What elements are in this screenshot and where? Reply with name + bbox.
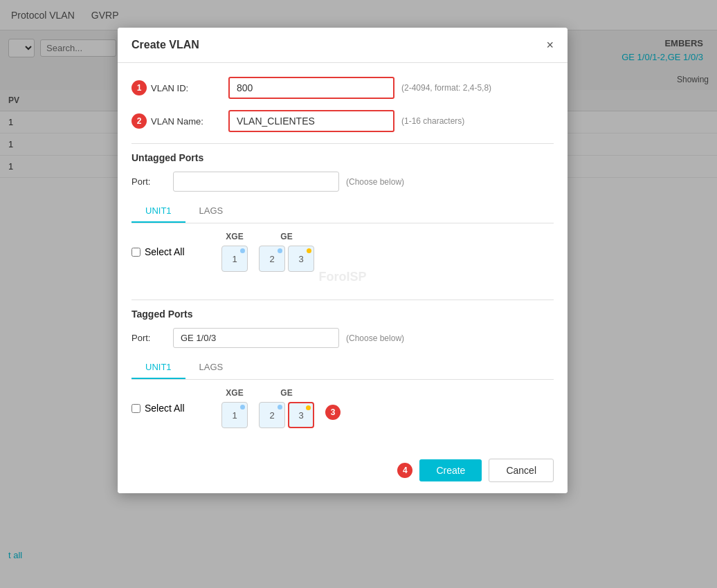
badge-1: 1 [131, 80, 147, 95]
vlan-name-label: VLAN Name: [151, 116, 234, 127]
vlan-name-input[interactable] [228, 110, 394, 132]
untagged-tabs: UNIT1 LAGS [131, 200, 554, 223]
port-label-untagged: Port: [131, 176, 173, 187]
untagged-port-hint: (Choose below) [346, 177, 404, 187]
vlan-name-hint: (1-16 characters) [401, 116, 464, 126]
modal-close-button[interactable]: × [546, 39, 554, 51]
tagged-select-all-label: Select All [145, 403, 185, 414]
ge-label-untagged: GE [280, 232, 292, 241]
badge-3-port: 3 [325, 405, 341, 420]
vlan-id-input[interactable] [228, 77, 394, 99]
port-label-tagged: Port: [131, 333, 173, 343]
untagged-tab-unit1[interactable]: UNIT1 [131, 200, 185, 223]
modal-title: Create VLAN [131, 39, 199, 51]
untagged-xge-port-1[interactable]: 1 [221, 246, 248, 272]
untagged-select-all-label: Select All [145, 246, 185, 257]
tagged-port-hint: (Choose below) [346, 333, 404, 343]
tagged-port-grid: Select All XGE 1 GE 2 [131, 388, 554, 428]
vlan-name-row: 2 VLAN Name: (1-16 characters) [131, 110, 554, 132]
create-button[interactable]: Create [419, 459, 482, 481]
untagged-select-all-checkbox[interactable] [131, 248, 140, 257]
ge-col-untagged: GE 2 3 [259, 232, 314, 272]
tagged-tab-lags[interactable]: LAGS [185, 356, 237, 379]
xge-label-tagged: XGE [226, 388, 243, 398]
untagged-ports-header: Untagged Ports [131, 152, 554, 163]
badge-2: 2 [131, 113, 147, 129]
ge-col-tagged: GE 2 3 [259, 388, 314, 428]
modal-footer: 4 Create Cancel [118, 448, 568, 493]
tagged-port-row: Port: (Choose below) [131, 328, 554, 348]
tagged-ge-port-2[interactable]: 2 [259, 402, 285, 428]
tagged-tabs: UNIT1 LAGS [131, 356, 554, 380]
untagged-port-grid: Select All XGE 1 GE 2 [131, 232, 554, 272]
vlan-id-row: 1 VLAN ID: (2-4094, format: 2,4-5,8) [131, 77, 554, 99]
tagged-select-all-checkbox[interactable] [131, 404, 140, 413]
vlan-id-label: VLAN ID: [151, 83, 234, 93]
untagged-ge-port-3[interactable]: 3 [288, 246, 314, 272]
ge-label-tagged: GE [280, 388, 292, 398]
tagged-xge-port-1[interactable]: 1 [221, 402, 248, 428]
xge-col-tagged: XGE 1 [221, 388, 248, 428]
untagged-port-input[interactable] [173, 172, 339, 192]
xge-label-untagged: XGE [226, 232, 243, 241]
tagged-ge-port-3[interactable]: 3 [288, 402, 314, 428]
untagged-port-row: Port: (Choose below) [131, 172, 554, 192]
untagged-ge-port-2[interactable]: 2 [259, 246, 285, 272]
tagged-ports-header: Tagged Ports [131, 309, 554, 320]
create-vlan-modal: Create VLAN × 1 VLAN ID: (2-4094, format… [118, 28, 568, 493]
tagged-tab-unit1[interactable]: UNIT1 [131, 356, 185, 379]
tagged-port-input[interactable] [173, 328, 339, 348]
cancel-button[interactable]: Cancel [489, 459, 554, 482]
badge-4: 4 [397, 463, 412, 478]
watermark: ForoISP [318, 270, 366, 284]
vlan-id-hint: (2-4094, format: 2,4-5,8) [401, 83, 491, 93]
xge-col-untagged: XGE 1 [221, 232, 248, 272]
untagged-tab-lags[interactable]: LAGS [185, 200, 237, 223]
